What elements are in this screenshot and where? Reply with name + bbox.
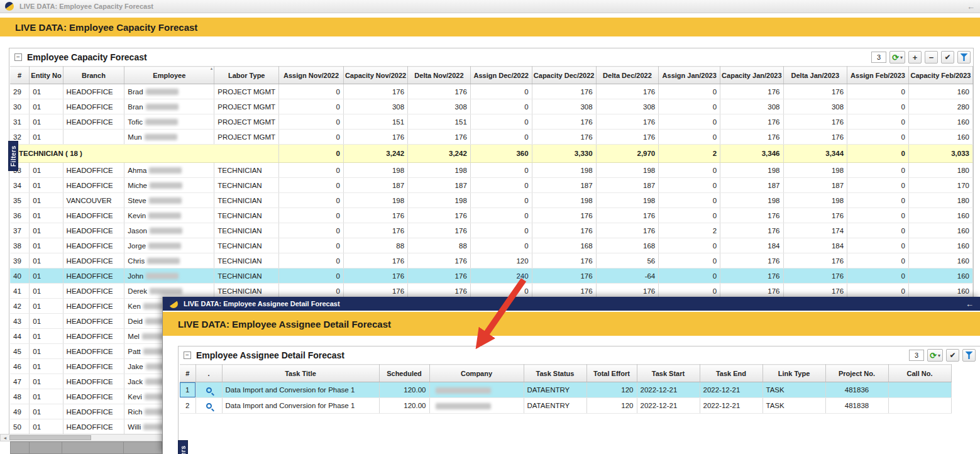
table-cell[interactable]: 3,346 — [720, 145, 783, 163]
table-cell[interactable]: 48 — [10, 389, 30, 404]
table-cell[interactable]: 176 — [532, 223, 596, 238]
table-cell[interactable]: 176 — [596, 284, 659, 299]
column-header[interactable]: Delta Jan/2023 — [783, 67, 847, 84]
table-cell[interactable]: 160 — [908, 208, 972, 223]
table-cell[interactable]: HEADOFFICE — [63, 344, 124, 359]
table-cell[interactable]: 3,242 — [408, 145, 471, 163]
table-cell[interactable]: 01 — [30, 314, 63, 329]
table-cell[interactable]: 0 — [847, 163, 909, 178]
table-cell[interactable]: 2022-12-21 — [700, 398, 763, 414]
table-row[interactable]: 3901HEADOFFICEChrisTECHNICIAN01761761201… — [10, 253, 973, 269]
table-cell[interactable]: 198 — [532, 163, 596, 178]
column-header[interactable]: # — [180, 365, 195, 382]
select-rows-button[interactable]: ✔ — [941, 51, 954, 64]
table-row[interactable]: 2901HEADOFFICEBradPROJECT MGMT0176176017… — [10, 84, 973, 99]
column-header[interactable]: Capacity Jan/2023 — [720, 67, 783, 84]
table-cell[interactable]: 481836 — [825, 382, 888, 398]
table-cell[interactable]: HEADOFFICE — [63, 178, 124, 193]
column-header[interactable]: Capacity Nov/2022 — [343, 67, 407, 84]
table-cell[interactable]: 308 — [720, 99, 783, 114]
table-cell[interactable]: DATAENTRY — [524, 382, 586, 398]
table-row[interactable]: 1Data Import and Conversion for Phase 11… — [180, 382, 951, 398]
table-cell[interactable]: 2,970 — [596, 145, 659, 163]
table-cell[interactable]: 38 — [10, 238, 30, 253]
table-cell[interactable]: Jorge — [124, 238, 214, 253]
table-cell[interactable]: 0 — [279, 269, 344, 284]
table-row[interactable]: 3401HEADOFFICEMicheTECHNICIAN01871870187… — [10, 178, 973, 193]
table-cell[interactable]: 0 — [847, 193, 909, 208]
table-cell[interactable]: 176 — [783, 114, 847, 130]
table-cell[interactable]: 56 — [596, 253, 659, 269]
table-row[interactable]: 3101HEADOFFICEToficPROJECT MGMT015115101… — [10, 114, 973, 130]
table-cell[interactable]: TASK — [763, 382, 825, 398]
table-cell[interactable]: HEADOFFICE — [63, 359, 124, 374]
column-header[interactable]: Delta Nov/2022 — [408, 67, 471, 84]
table-cell[interactable]: 176 — [720, 284, 783, 299]
table-cell[interactable]: HEADOFFICE — [63, 284, 124, 299]
table-cell[interactable]: 176 — [343, 84, 407, 99]
table-cell[interactable]: HEADOFFICE — [63, 269, 124, 284]
table-cell[interactable]: 0 — [279, 84, 344, 99]
row-count-box[interactable]: 3 — [909, 350, 924, 361]
table-cell[interactable]: 308 — [408, 99, 471, 114]
group-row[interactable]: TECHNICIAN ( 18 )03,2423,2423603,3302,97… — [10, 145, 973, 163]
column-header[interactable]: Task Title — [222, 365, 379, 382]
table-cell[interactable]: 0 — [470, 284, 532, 299]
table-cell[interactable]: 45 — [10, 344, 30, 359]
table-cell[interactable]: 176 — [783, 130, 847, 145]
table-cell[interactable]: 0 — [279, 284, 344, 299]
table-cell[interactable]: 0 — [659, 163, 720, 178]
table-cell[interactable]: TECHNICIAN — [214, 238, 279, 253]
table-cell[interactable]: 360 — [470, 145, 532, 163]
table-cell[interactable]: 176 — [783, 269, 847, 284]
table-cell[interactable]: 120 — [586, 382, 637, 398]
table-cell[interactable]: 42 — [10, 299, 30, 314]
table-cell[interactable]: 0 — [470, 84, 532, 99]
table-cell[interactable]: 2 — [180, 398, 195, 414]
table-cell[interactable]: 46 — [10, 359, 30, 374]
table-cell[interactable]: 01 — [30, 114, 63, 130]
table-cell[interactable] — [195, 398, 222, 414]
table-cell[interactable]: 180 — [908, 163, 972, 178]
table-cell[interactable]: 0 — [279, 145, 344, 163]
table-cell[interactable]: 198 — [596, 163, 659, 178]
table-cell[interactable]: 01 — [30, 269, 63, 284]
table-cell[interactable]: 0 — [847, 99, 909, 114]
table-cell[interactable]: 168 — [596, 238, 659, 253]
table-cell[interactable]: 3,242 — [343, 145, 407, 163]
table-cell[interactable]: 176 — [720, 208, 783, 223]
table-row[interactable]: 3501VANCOUVERSteveTECHNICIAN019819801981… — [10, 193, 973, 208]
back-icon[interactable]: ← — [967, 2, 975, 11]
table-cell[interactable]: 0 — [659, 238, 720, 253]
table-cell[interactable]: HEADOFFICE — [63, 84, 124, 99]
table-cell[interactable]: 43 — [10, 314, 30, 329]
table-cell[interactable]: 0 — [470, 163, 532, 178]
table-cell[interactable]: 176 — [596, 223, 659, 238]
table-cell[interactable]: 01 — [30, 299, 63, 314]
table-cell[interactable]: 198 — [720, 193, 783, 208]
table-cell[interactable]: HEADOFFICE — [63, 374, 124, 389]
table-cell[interactable]: 01 — [30, 208, 63, 223]
table-cell[interactable]: 174 — [783, 223, 847, 238]
table-cell[interactable]: 184 — [720, 238, 783, 253]
filters-tab[interactable]: Filters — [178, 440, 188, 454]
table-cell[interactable]: 0 — [470, 114, 532, 130]
column-header[interactable]: Delta Dec/2022 — [596, 67, 659, 84]
table-cell[interactable]: 176 — [343, 269, 407, 284]
column-header[interactable]: . — [195, 365, 222, 382]
table-cell[interactable]: 0 — [279, 163, 344, 178]
table-cell[interactable]: 01 — [30, 329, 63, 344]
table-cell[interactable]: 308 — [343, 99, 407, 114]
table-cell[interactable]: 160 — [908, 269, 972, 284]
table-cell[interactable]: 0 — [659, 208, 720, 223]
table-cell[interactable]: 01 — [30, 130, 63, 145]
table-cell[interactable]: HEADOFFICE — [63, 389, 124, 404]
table-cell[interactable]: 176 — [596, 84, 659, 99]
table-cell[interactable]: 0 — [279, 208, 344, 223]
table-cell[interactable]: PROJECT MGMT — [214, 130, 279, 145]
table-cell[interactable]: 176 — [596, 208, 659, 223]
table-cell[interactable]: 198 — [783, 163, 847, 178]
table-cell[interactable]: 198 — [720, 163, 783, 178]
magnifier-icon[interactable] — [206, 403, 212, 409]
table-cell[interactable]: 176 — [343, 130, 407, 145]
